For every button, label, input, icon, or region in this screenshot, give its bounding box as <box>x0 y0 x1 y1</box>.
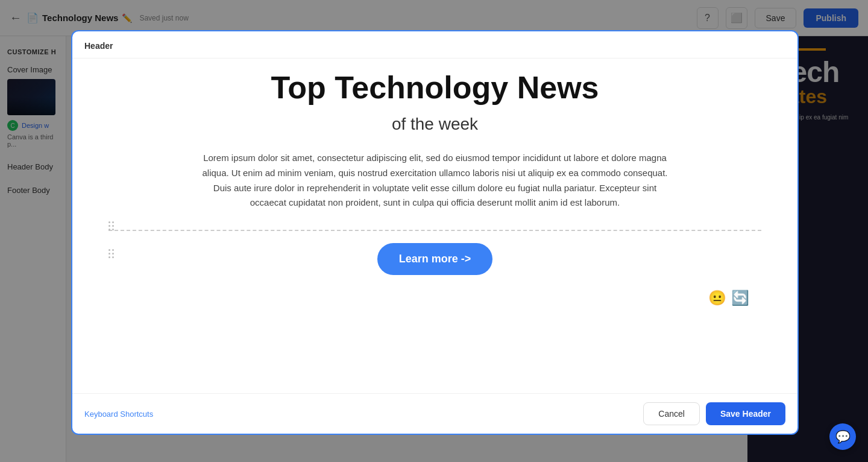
modal-header-label: Header <box>84 41 113 51</box>
drag-handle-top[interactable] <box>108 221 114 230</box>
modal-body: Top Technology News of the week Lorem ip… <box>72 59 797 393</box>
modal-footer: Keyboard Shortcuts Cancel Save Header <box>72 393 797 434</box>
modal-body-text: Lorem ipsum dolor sit amet, consectetur … <box>200 151 670 210</box>
footer-buttons: Cancel Save Header <box>643 402 785 425</box>
modal-header: Header <box>72 31 797 59</box>
keyboard-shortcuts-link[interactable]: Keyboard Shortcuts <box>84 410 153 419</box>
emoji-neutral[interactable]: 😐 <box>708 290 726 306</box>
drag-handle-button[interactable] <box>108 249 114 258</box>
modal-subtitle: of the week <box>392 115 478 134</box>
learn-more-button[interactable]: Learn more -> <box>377 243 493 275</box>
modal-dialog: Header Top Technology News of the week L… <box>71 30 799 435</box>
dashed-divider <box>108 230 761 231</box>
chat-bubble[interactable]: 💬 <box>829 423 856 450</box>
divider-section <box>108 225 761 243</box>
cancel-button[interactable]: Cancel <box>643 402 700 425</box>
emoji-row: 😐 🔄 <box>708 290 761 306</box>
emoji-refresh[interactable]: 🔄 <box>731 290 749 306</box>
modal-main-title: Top Technology News <box>271 71 599 105</box>
save-header-button[interactable]: Save Header <box>706 402 785 425</box>
button-section: Learn more -> <box>108 243 761 285</box>
